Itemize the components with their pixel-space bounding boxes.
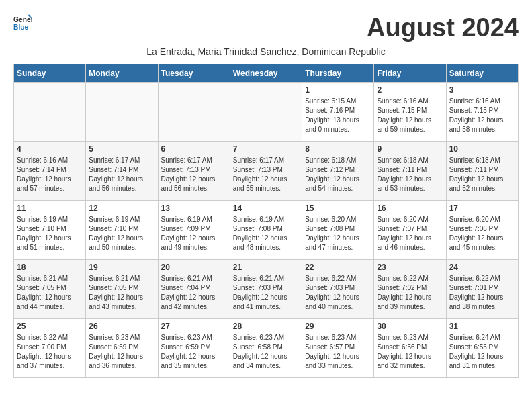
header-wednesday: Wednesday [230, 64, 302, 83]
day-cell: 28Sunrise: 6:23 AM Sunset: 6:58 PM Dayli… [230, 319, 302, 378]
day-number: 20 [161, 263, 227, 272]
day-cell: 29Sunrise: 6:23 AM Sunset: 6:57 PM Dayli… [302, 319, 374, 378]
day-info: Sunrise: 6:21 AM Sunset: 7:04 PM Dayligh… [161, 274, 227, 312]
month-year-title: August 2024 [367, 13, 519, 42]
day-info: Sunrise: 6:20 AM Sunset: 7:07 PM Dayligh… [377, 215, 443, 253]
day-info: Sunrise: 6:19 AM Sunset: 7:08 PM Dayligh… [233, 215, 299, 253]
day-number: 4 [17, 144, 83, 154]
day-info: Sunrise: 6:17 AM Sunset: 7:14 PM Dayligh… [89, 156, 154, 193]
day-cell [158, 83, 230, 142]
day-cell: 3Sunrise: 6:16 AM Sunset: 7:15 PM Daylig… [446, 83, 518, 142]
day-cell: 8Sunrise: 6:18 AM Sunset: 7:12 PM Daylig… [302, 142, 374, 201]
day-cell: 5Sunrise: 6:17 AM Sunset: 7:14 PM Daylig… [86, 142, 158, 201]
day-number: 6 [161, 144, 227, 154]
day-cell: 15Sunrise: 6:20 AM Sunset: 7:08 PM Dayli… [302, 201, 374, 260]
day-info: Sunrise: 6:23 AM Sunset: 6:56 PM Dayligh… [377, 333, 443, 371]
header-monday: Monday [86, 64, 158, 83]
day-info: Sunrise: 6:23 AM Sunset: 6:59 PM Dayligh… [89, 333, 154, 371]
header-thursday: Thursday [302, 64, 374, 83]
day-cell: 14Sunrise: 6:19 AM Sunset: 7:08 PM Dayli… [230, 201, 302, 260]
day-info: Sunrise: 6:17 AM Sunset: 7:13 PM Dayligh… [161, 156, 227, 193]
svg-text:Blue: Blue [13, 24, 29, 31]
day-cell: 16Sunrise: 6:20 AM Sunset: 7:07 PM Dayli… [374, 201, 446, 260]
logo: General Blue [13, 13, 32, 32]
day-number: 10 [449, 144, 515, 154]
day-cell: 23Sunrise: 6:22 AM Sunset: 7:02 PM Dayli… [374, 260, 446, 319]
day-cell: 6Sunrise: 6:17 AM Sunset: 7:13 PM Daylig… [158, 142, 230, 201]
day-number: 7 [233, 144, 299, 154]
day-cell [86, 83, 158, 142]
day-number: 19 [89, 263, 154, 272]
day-cell: 4Sunrise: 6:16 AM Sunset: 7:14 PM Daylig… [14, 142, 86, 201]
day-cell: 2Sunrise: 6:16 AM Sunset: 7:15 PM Daylig… [374, 83, 446, 142]
day-info: Sunrise: 6:16 AM Sunset: 7:15 PM Dayligh… [377, 97, 443, 134]
day-info: Sunrise: 6:21 AM Sunset: 7:03 PM Dayligh… [233, 274, 299, 312]
day-cell: 30Sunrise: 6:23 AM Sunset: 6:56 PM Dayli… [374, 319, 446, 378]
day-info: Sunrise: 6:21 AM Sunset: 7:05 PM Dayligh… [17, 274, 83, 312]
day-number: 28 [233, 322, 299, 331]
day-number: 30 [377, 322, 443, 331]
day-number: 13 [161, 203, 227, 213]
day-info: Sunrise: 6:19 AM Sunset: 7:10 PM Dayligh… [89, 215, 154, 253]
day-number: 8 [305, 144, 371, 154]
day-number: 25 [17, 322, 83, 331]
day-info: Sunrise: 6:18 AM Sunset: 7:12 PM Dayligh… [305, 156, 371, 193]
day-cell [14, 83, 86, 142]
day-info: Sunrise: 6:16 AM Sunset: 7:15 PM Dayligh… [449, 97, 515, 134]
week-row-2: 4Sunrise: 6:16 AM Sunset: 7:14 PM Daylig… [14, 142, 519, 201]
day-info: Sunrise: 6:17 AM Sunset: 7:13 PM Dayligh… [233, 156, 299, 193]
day-cell: 13Sunrise: 6:19 AM Sunset: 7:09 PM Dayli… [158, 201, 230, 260]
day-cell: 17Sunrise: 6:20 AM Sunset: 7:06 PM Dayli… [446, 201, 518, 260]
day-number: 18 [17, 263, 83, 272]
svg-text:General: General [13, 16, 32, 24]
location-subtitle: La Entrada, Maria Trinidad Sanchez, Domi… [13, 46, 519, 57]
day-info: Sunrise: 6:18 AM Sunset: 7:11 PM Dayligh… [377, 156, 443, 193]
day-cell: 20Sunrise: 6:21 AM Sunset: 7:04 PM Dayli… [158, 260, 230, 319]
week-row-4: 18Sunrise: 6:21 AM Sunset: 7:05 PM Dayli… [14, 260, 519, 319]
day-number: 27 [161, 322, 227, 331]
week-row-3: 11Sunrise: 6:19 AM Sunset: 7:10 PM Dayli… [14, 201, 519, 260]
day-number: 3 [449, 85, 515, 95]
day-info: Sunrise: 6:19 AM Sunset: 7:09 PM Dayligh… [161, 215, 227, 253]
day-info: Sunrise: 6:23 AM Sunset: 6:58 PM Dayligh… [233, 333, 299, 371]
day-number: 11 [17, 203, 83, 213]
day-info: Sunrise: 6:22 AM Sunset: 7:01 PM Dayligh… [449, 274, 515, 312]
day-cell: 27Sunrise: 6:23 AM Sunset: 6:59 PM Dayli… [158, 319, 230, 378]
day-info: Sunrise: 6:22 AM Sunset: 7:00 PM Dayligh… [17, 333, 83, 371]
day-cell: 22Sunrise: 6:22 AM Sunset: 7:03 PM Dayli… [302, 260, 374, 319]
day-info: Sunrise: 6:22 AM Sunset: 7:02 PM Dayligh… [377, 274, 443, 312]
day-cell: 9Sunrise: 6:18 AM Sunset: 7:11 PM Daylig… [374, 142, 446, 201]
day-cell: 12Sunrise: 6:19 AM Sunset: 7:10 PM Dayli… [86, 201, 158, 260]
day-cell: 19Sunrise: 6:21 AM Sunset: 7:05 PM Dayli… [86, 260, 158, 319]
day-info: Sunrise: 6:18 AM Sunset: 7:11 PM Dayligh… [449, 156, 515, 193]
header-tuesday: Tuesday [158, 64, 230, 83]
day-cell: 25Sunrise: 6:22 AM Sunset: 7:00 PM Dayli… [14, 319, 86, 378]
day-number: 9 [377, 144, 443, 154]
day-info: Sunrise: 6:24 AM Sunset: 6:55 PM Dayligh… [449, 333, 515, 371]
page-header: General Blue August 2024 [13, 13, 519, 42]
header-saturday: Saturday [446, 64, 518, 83]
header-sunday: Sunday [14, 64, 86, 83]
day-number: 15 [305, 203, 371, 213]
day-number: 21 [233, 263, 299, 272]
day-number: 29 [305, 322, 371, 331]
day-cell: 24Sunrise: 6:22 AM Sunset: 7:01 PM Dayli… [446, 260, 518, 319]
day-info: Sunrise: 6:20 AM Sunset: 7:08 PM Dayligh… [305, 215, 371, 253]
header-friday: Friday [374, 64, 446, 83]
day-cell: 18Sunrise: 6:21 AM Sunset: 7:05 PM Dayli… [14, 260, 86, 319]
day-cell: 7Sunrise: 6:17 AM Sunset: 7:13 PM Daylig… [230, 142, 302, 201]
day-number: 17 [449, 203, 515, 213]
day-info: Sunrise: 6:19 AM Sunset: 7:10 PM Dayligh… [17, 215, 83, 253]
day-info: Sunrise: 6:20 AM Sunset: 7:06 PM Dayligh… [449, 215, 515, 253]
week-row-1: 1Sunrise: 6:15 AM Sunset: 7:16 PM Daylig… [14, 83, 519, 142]
day-number: 5 [89, 144, 154, 154]
day-info: Sunrise: 6:23 AM Sunset: 6:59 PM Dayligh… [161, 333, 227, 371]
day-cell: 26Sunrise: 6:23 AM Sunset: 6:59 PM Dayli… [86, 319, 158, 378]
week-row-5: 25Sunrise: 6:22 AM Sunset: 7:00 PM Dayli… [14, 319, 519, 378]
logo-icon: General Blue [13, 13, 32, 32]
day-cell: 21Sunrise: 6:21 AM Sunset: 7:03 PM Dayli… [230, 260, 302, 319]
day-cell: 1Sunrise: 6:15 AM Sunset: 7:16 PM Daylig… [302, 83, 374, 142]
day-info: Sunrise: 6:15 AM Sunset: 7:16 PM Dayligh… [305, 97, 371, 134]
day-number: 31 [449, 322, 515, 331]
day-number: 24 [449, 263, 515, 272]
